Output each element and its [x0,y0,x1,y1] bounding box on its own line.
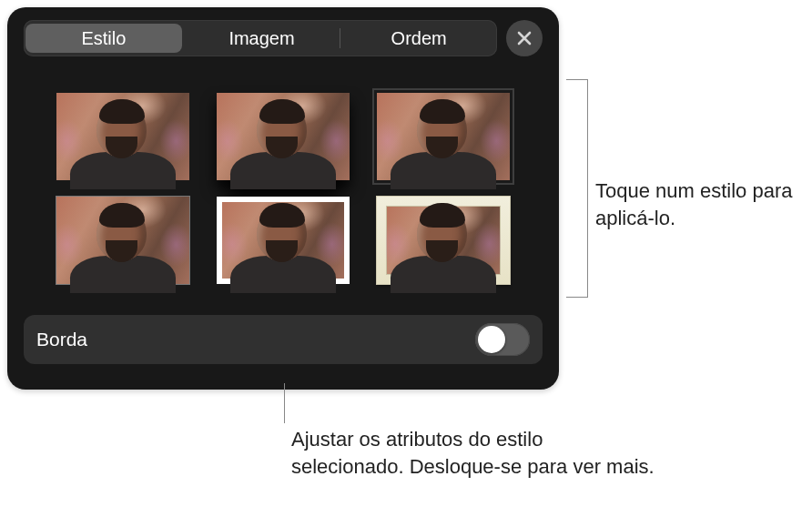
style-thumbnail-5[interactable] [217,197,350,284]
thumbnail-photo [217,197,350,284]
thumbnail-photo [56,197,189,284]
callout-leader-bottom [284,383,285,423]
border-option-row: Borda [24,315,543,364]
tab-order[interactable]: Ordem [340,22,497,55]
thumbnail-photo [377,93,510,180]
style-grid [24,93,543,284]
style-thumbnail-4[interactable] [56,197,189,284]
style-thumbnail-6-selected[interactable] [377,197,510,284]
thumbnail-photo [377,197,510,284]
style-thumbnail-3[interactable] [377,93,510,180]
style-thumbnail-1[interactable] [56,93,189,180]
tab-image[interactable]: Imagem [184,22,340,55]
callout-bottom: Ajustar os atributos do estilo seleciona… [291,426,655,480]
close-icon [517,31,532,46]
thumbnail-photo [56,93,189,180]
toggle-knob [478,326,505,353]
tab-bar: Estilo Imagem Ordem [24,20,543,56]
close-button[interactable] [506,20,543,56]
style-thumbnail-2[interactable] [217,93,350,180]
tab-style[interactable]: Estilo [25,24,182,53]
thumbnail-photo [217,93,350,180]
callout-bracket-right [566,79,588,298]
border-toggle[interactable] [475,323,530,356]
border-label: Borda [36,329,87,350]
callout-right: Toque num estilo para aplicá-lo. [595,177,805,231]
format-panel: Estilo Imagem Ordem [7,7,559,390]
segmented-control: Estilo Imagem Ordem [24,20,497,56]
